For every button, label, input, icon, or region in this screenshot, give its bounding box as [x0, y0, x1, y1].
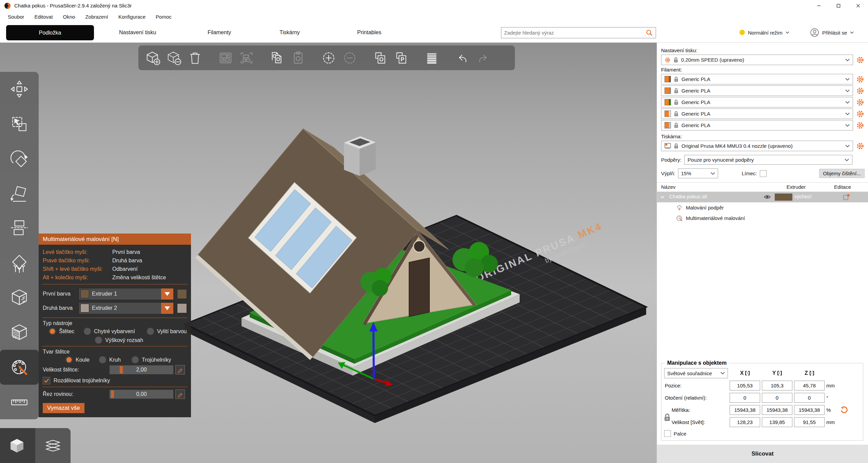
add-object-icon[interactable] [145, 50, 161, 66]
collapse-icon[interactable] [660, 196, 664, 199]
reset-scale-icon[interactable] [840, 406, 848, 414]
scale-y-input[interactable] [762, 405, 792, 415]
filament-select-2[interactable]: Generic PLA [661, 85, 853, 96]
menu-konfigurace[interactable]: Konfigurace [113, 14, 151, 20]
copy-icon[interactable] [269, 50, 285, 66]
edit-filament-button[interactable] [856, 109, 865, 118]
rotation-z-input[interactable] [794, 393, 825, 403]
eye-icon[interactable] [764, 194, 771, 200]
filament-select-4[interactable]: Generic PLA [661, 108, 853, 119]
brim-checkbox[interactable] [760, 170, 767, 177]
edit-filament-button[interactable] [856, 121, 865, 130]
position-x-input[interactable] [730, 381, 760, 390]
undo-icon[interactable] [455, 50, 470, 66]
radio-vyskovy-rozsah[interactable]: Výškový rozsah [95, 337, 143, 344]
object-extruder-swatch[interactable] [775, 194, 792, 201]
tab-podlozka[interactable]: Podložka [6, 25, 94, 40]
radio-stetec[interactable]: Štětec [49, 328, 84, 335]
place-on-face-tool-icon[interactable] [0, 176, 39, 211]
infill-select[interactable]: 15% [678, 168, 718, 178]
menu-okno[interactable]: Okno [58, 14, 80, 20]
minimize-button[interactable] [809, 0, 829, 11]
brush-size-slider[interactable]: 2,00 [109, 365, 174, 375]
edit-printer-button[interactable] [856, 142, 865, 150]
search-box[interactable] [501, 27, 656, 38]
axis-x-header[interactable]: X [730, 370, 760, 376]
rotate-tool-icon[interactable] [0, 141, 39, 176]
scale-x-input[interactable] [730, 405, 760, 415]
arrange-selection-icon[interactable] [239, 50, 254, 66]
tab-filamenty[interactable]: Filamenty [208, 29, 231, 36]
menu-soubor[interactable]: Soubor [3, 14, 29, 20]
radio-trojuhelniky[interactable]: Trojúhelníky [132, 356, 171, 363]
arrange-icon[interactable] [218, 50, 233, 66]
radio-koule[interactable]: Koule [65, 356, 99, 363]
edit-filament-button[interactable] [856, 86, 865, 95]
paste-icon[interactable] [290, 50, 306, 66]
scale-z-input[interactable] [794, 405, 825, 415]
split-to-parts-icon[interactable]: P [393, 50, 409, 66]
edit-brush-size-button[interactable] [175, 365, 185, 375]
cut-tool-icon[interactable] [0, 211, 39, 246]
menu-zobrazeni[interactable]: Zobrazení [80, 14, 113, 20]
combo-arrow-icon[interactable] [161, 288, 173, 300]
search-icon[interactable] [645, 29, 653, 37]
combo-arrow-icon[interactable] [161, 303, 173, 314]
close-button[interactable] [848, 0, 868, 11]
delete-object-icon[interactable] [166, 50, 182, 66]
search-input[interactable] [504, 30, 645, 36]
object-child-mmu-painting[interactable]: Multimateriálové malování [657, 213, 868, 223]
edit-filament-button[interactable] [856, 75, 865, 84]
second-extruder-select[interactable]: Extruder 2 [79, 302, 174, 314]
tab-tiskarny[interactable]: Tiskárny [279, 29, 300, 36]
login-button[interactable]: Přihlásit se [810, 28, 854, 37]
uniform-scale-lock-icon[interactable] [663, 413, 671, 422]
move-tool-icon[interactable] [0, 72, 39, 107]
filament-select-3[interactable]: Generic PLA [661, 97, 853, 107]
size-y-input[interactable] [762, 417, 792, 427]
object-row-chatka-pokus[interactable]: Chatka pokus.stl výchozí [657, 192, 868, 202]
split-triangles-checkbox[interactable] [43, 377, 50, 384]
first-extruder-select[interactable]: Extruder 1 [79, 288, 174, 300]
size-x-input[interactable] [730, 417, 760, 427]
supports-select[interactable]: Pouze pro vynucené podpěry [684, 155, 852, 165]
menu-pomoc[interactable]: Pomoc [151, 14, 177, 20]
redo-icon[interactable] [476, 50, 491, 66]
radio-vyliti-barvou[interactable]: Vylití barvou [147, 328, 187, 335]
tab-printables[interactable]: Printables [357, 29, 381, 36]
printer-select[interactable]: Original Prusa MK4 MMU3 0.4 nozzle (upra… [661, 141, 853, 151]
menu-editovat[interactable]: Editovat [29, 14, 58, 20]
size-z-input[interactable] [794, 417, 825, 427]
axis-y-header[interactable]: Y [762, 370, 792, 376]
mode-selector[interactable]: Normální režim [739, 29, 789, 35]
fuzzy-skin-tool-icon[interactable] [0, 315, 39, 350]
split-to-objects-icon[interactable]: O [372, 50, 388, 66]
viewport-3d[interactable]: ORIGINAL PRUSA MK4 by Josef Prusa [0, 43, 657, 463]
filament-select-5[interactable]: Generic PLA [661, 120, 853, 130]
edit-filament-button[interactable] [856, 98, 865, 107]
3d-editor-view-icon[interactable] [0, 428, 35, 463]
scale-tool-icon[interactable] [0, 107, 39, 142]
inches-checkbox[interactable] [664, 430, 671, 437]
object-settings-icon[interactable] [843, 194, 850, 201]
add-instance-icon[interactable] [321, 50, 336, 66]
axis-z-header[interactable]: Z [794, 370, 825, 376]
variable-layer-height-icon[interactable] [424, 50, 440, 66]
radio-chytre-vybarveni[interactable]: Chytré vybarvení [84, 328, 147, 335]
coordinate-system-select[interactable]: Světové souřadnice [664, 368, 728, 378]
clear-all-button[interactable]: Vymazat vše [43, 403, 84, 413]
rotation-x-input[interactable] [730, 393, 760, 403]
position-z-input[interactable] [794, 381, 825, 390]
purge-volumes-button[interactable]: Objemy čištění... [819, 169, 865, 178]
delete-all-icon[interactable] [187, 50, 203, 66]
remove-instance-icon[interactable] [342, 50, 358, 66]
position-y-input[interactable] [762, 381, 792, 390]
edit-print-settings-button[interactable] [856, 56, 865, 64]
cut-plane-slider[interactable]: 0,00 [109, 389, 174, 399]
filament-select-1[interactable]: Generic PLA [661, 74, 853, 84]
multimaterial-painting-tool-icon[interactable] [0, 350, 39, 385]
paint-supports-tool-icon[interactable] [0, 246, 39, 281]
seam-painting-tool-icon[interactable] [0, 280, 39, 315]
preview-view-icon[interactable] [35, 428, 71, 463]
maximize-button[interactable] [829, 0, 848, 11]
